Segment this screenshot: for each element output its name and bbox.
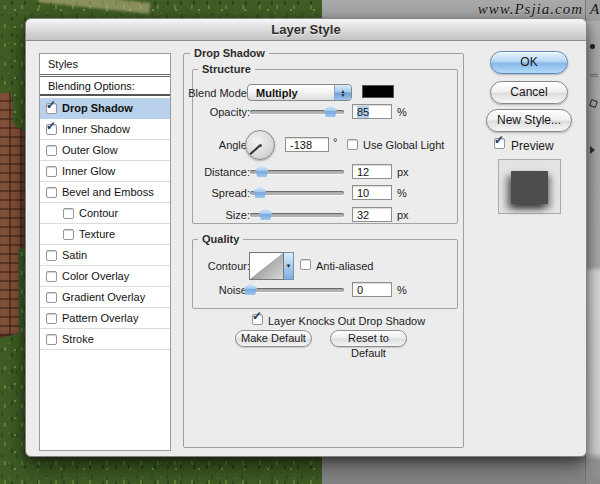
angle-input[interactable]: -138	[285, 137, 329, 152]
contour-picker[interactable]	[249, 252, 284, 280]
contour-label: Contour:	[154, 260, 250, 272]
noise-input[interactable]: 0	[352, 282, 392, 297]
sidebar-item-bevel-and-emboss[interactable]: ✓Bevel and Emboss	[40, 182, 170, 203]
palette-tools-icon[interactable]	[589, 99, 598, 108]
angle-label: Angle:	[154, 139, 250, 151]
preview-thumbnail	[498, 159, 561, 214]
reset-to-default-button[interactable]: Reset to Default	[330, 330, 407, 347]
size-label: Size:	[154, 209, 250, 221]
sidebar-item-texture[interactable]: ✓Texture	[40, 224, 170, 245]
distance-label: Distance:	[154, 166, 250, 178]
sidebar-item-label: Inner Shadow	[62, 123, 130, 135]
spread-unit: %	[397, 187, 407, 199]
spread-slider[interactable]	[250, 191, 344, 195]
ok-button[interactable]: OK	[490, 51, 568, 74]
style-checkbox-inner-glow[interactable]: ✓	[46, 166, 57, 177]
sidebar-item-label: Outer Glow	[62, 144, 118, 156]
watermark-partial-letter: A	[590, 1, 599, 18]
style-checkbox-gradient-overlay[interactable]: ✓	[46, 292, 57, 303]
noise-label: Noise:	[154, 284, 250, 296]
sidebar-item-label: Pattern Overlay	[62, 312, 138, 324]
use-global-light-checkbox[interactable]: ✓	[347, 139, 358, 150]
styles-sidebar: Styles Blending Options: Default ✓Drop S…	[39, 53, 171, 451]
sidebar-item-inner-shadow[interactable]: ✓Inner Shadow	[40, 119, 170, 140]
sidebar-item-contour[interactable]: ✓Contour	[40, 203, 170, 224]
cancel-button[interactable]: Cancel	[490, 81, 568, 104]
size-input[interactable]: 32	[352, 207, 392, 222]
make-default-button[interactable]: Make Default	[235, 330, 312, 347]
styles-header[interactable]: Styles	[40, 54, 170, 75]
structure-title: Structure	[198, 63, 255, 75]
sidebar-item-gradient-overlay[interactable]: ✓Gradient Overlay	[40, 287, 170, 308]
noise-unit: %	[397, 284, 407, 296]
preview-shadow-square	[511, 171, 548, 204]
styles-list: ✓Drop Shadow✓Inner Shadow✓Outer Glow✓Inn…	[40, 98, 170, 350]
sidebar-item-label: Color Overlay	[62, 270, 129, 282]
spread-input[interactable]: 10	[352, 185, 392, 200]
palette-arrow-icon[interactable]	[590, 146, 595, 154]
opacity-label: Opacity:	[154, 106, 250, 118]
sidebar-item-label: Drop Shadow	[62, 102, 133, 114]
anti-aliased-label: Anti-aliased	[316, 260, 373, 272]
sidebar-item-label: Texture	[79, 228, 115, 240]
blend-mode-stepper-icon[interactable]: ▲▼	[334, 85, 351, 100]
layer-knockout-label: Layer Knocks Out Drop Shadow	[268, 315, 425, 327]
watermark-text: www.Psjia.com	[478, 1, 583, 18]
new-style-button[interactable]: New Style...	[486, 109, 572, 132]
sidebar-item-label: Satin	[62, 249, 87, 261]
style-checkbox-satin[interactable]: ✓	[46, 250, 57, 261]
sidebar-item-label: Gradient Overlay	[62, 291, 145, 303]
size-slider[interactable]	[250, 213, 344, 217]
blend-mode-label: Blend Mode:	[154, 87, 250, 99]
style-checkbox-outer-glow[interactable]: ✓	[46, 145, 57, 156]
distance-slider[interactable]	[250, 170, 344, 174]
sidebar-item-stroke[interactable]: ✓Stroke	[40, 329, 170, 350]
dialog-title: Layer Style	[271, 22, 340, 37]
palette-dot-icon	[590, 44, 595, 49]
style-checkbox-inner-shadow[interactable]: ✓	[46, 124, 57, 135]
dialog-titlebar[interactable]: Layer Style	[26, 19, 586, 41]
sidebar-item-label: Bevel and Emboss	[62, 186, 154, 198]
sidebar-item-label: Stroke	[62, 333, 94, 345]
quality-groupbox	[192, 239, 458, 309]
noise-slider[interactable]	[250, 288, 344, 292]
sidebar-item-outer-glow[interactable]: ✓Outer Glow	[40, 140, 170, 161]
layer-style-dialog: Layer Style Styles Blending Options: Def…	[25, 18, 587, 457]
sidebar-item-drop-shadow[interactable]: ✓Drop Shadow	[40, 98, 170, 119]
preview-label: Preview	[511, 139, 554, 153]
preview-checkbox[interactable]: ✓	[494, 138, 505, 149]
angle-dial-center	[259, 144, 262, 147]
anti-aliased-checkbox[interactable]: ✓	[300, 259, 311, 270]
angle-dial[interactable]	[245, 130, 275, 160]
blend-mode-select[interactable]: Multiply ▲▼	[247, 84, 352, 101]
distance-unit: px	[397, 166, 409, 178]
sidebar-item-blending-options[interactable]: Blending Options: Default	[40, 77, 170, 96]
shadow-color-swatch[interactable]	[362, 85, 394, 98]
style-checkbox-contour[interactable]: ✓	[63, 208, 74, 219]
sidebar-item-label: Inner Glow	[62, 165, 115, 177]
sidebar-item-satin[interactable]: ✓Satin	[40, 245, 170, 266]
palette-divider	[590, 74, 598, 75]
distance-input[interactable]: 12	[352, 164, 392, 179]
use-global-light-label: Use Global Light	[363, 139, 444, 151]
opacity-slider[interactable]	[250, 110, 344, 114]
style-checkbox-texture[interactable]: ✓	[63, 229, 74, 240]
sidebar-item-label: Contour	[79, 207, 118, 219]
opacity-unit: %	[397, 106, 407, 118]
right-palette-strip	[585, 0, 600, 484]
layer-knockout-checkbox[interactable]: ✓	[252, 314, 263, 325]
light-streak	[38, 0, 151, 14]
quality-title: Quality	[198, 233, 243, 245]
opacity-input[interactable]: 85	[352, 104, 392, 119]
group-title: Drop Shadow	[190, 47, 269, 59]
sidebar-item-color-overlay[interactable]: ✓Color Overlay	[40, 266, 170, 287]
style-checkbox-pattern-overlay[interactable]: ✓	[46, 313, 57, 324]
contour-dropdown-arrow-icon[interactable]: ▼	[284, 252, 294, 280]
style-checkbox-bevel-and-emboss[interactable]: ✓	[46, 187, 57, 198]
style-checkbox-stroke[interactable]: ✓	[46, 334, 57, 345]
style-checkbox-drop-shadow[interactable]: ✓	[46, 103, 57, 114]
sidebar-item-inner-glow[interactable]: ✓Inner Glow	[40, 161, 170, 182]
style-checkbox-color-overlay[interactable]: ✓	[46, 271, 57, 282]
brick-structure	[0, 93, 28, 338]
sidebar-item-pattern-overlay[interactable]: ✓Pattern Overlay	[40, 308, 170, 329]
